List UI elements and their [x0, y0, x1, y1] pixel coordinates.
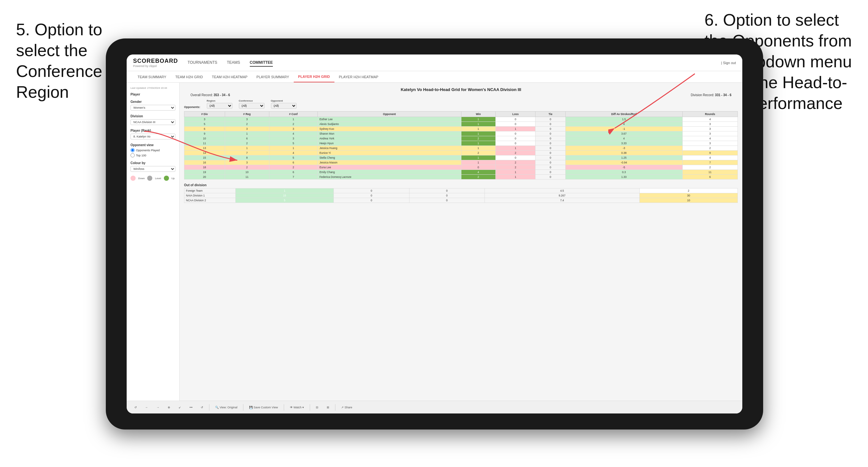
filter-region-select[interactable]: (All)	[207, 103, 232, 108]
sidebar-division-select[interactable]: NCAA Division III	[130, 119, 176, 125]
cell-win: 2	[461, 136, 495, 141]
sub-nav-team-h2h-grid[interactable]: TEAM H2H GRID	[171, 71, 208, 82]
sidebar-player-section: Player	[130, 93, 176, 96]
cell-out-win: 1	[236, 188, 334, 193]
cell-loss: 2	[495, 160, 535, 165]
sub-nav-team-h2h-heatmap[interactable]: TEAM H2H HEATMAP	[208, 71, 252, 82]
cell-out-loss: 0	[334, 198, 409, 203]
cell-rounds: 2	[682, 146, 738, 151]
cell-out-tie: 0	[409, 193, 485, 198]
cell-out-label: Foreign Team	[184, 188, 236, 193]
sub-nav: TEAM SUMMARY TEAM H2H GRID TEAM H2H HEAT…	[127, 71, 742, 83]
cell-out-rounds: 2	[640, 188, 738, 193]
tablet-screen: SCOREBOARD Powered by clippd TOURNAMENTS…	[127, 55, 742, 413]
opponents-label: Opponents:	[184, 105, 200, 108]
sidebar-opponent-view-section: Opponent view Opponents Played Top 100	[130, 143, 176, 157]
table-row: 9 1 4 Sharon Mun 1 0 0 3.67 3	[184, 131, 738, 136]
sign-out-link[interactable]: | Sign out	[721, 61, 736, 65]
sidebar-player-rank-select[interactable]: 8. Katelyn Vo	[130, 134, 176, 139]
cell-win: 2	[461, 151, 495, 155]
colour-circle-level	[147, 176, 152, 181]
toolbar-export[interactable]: ↙	[176, 405, 184, 410]
toolbar-save-custom-view[interactable]: 💾 Save Custom View	[247, 405, 280, 410]
cell-opponent: Sharon Mun	[318, 131, 461, 136]
colour-circle-down	[130, 176, 136, 181]
cell-opponent: Andrea York	[318, 136, 461, 141]
cell-tie: 0	[535, 122, 566, 127]
sidebar-radio-top100[interactable]: Top 100	[130, 153, 176, 157]
cell-opponent: Eunice Yi	[318, 151, 461, 155]
grid-records: Overall Record: 353 - 34 - 6 Division Re…	[184, 93, 738, 97]
toolbar-view-original[interactable]: 🔍 View: Original	[213, 405, 240, 410]
sidebar-player-label: Player	[130, 93, 176, 96]
overall-record: Overall Record: 353 - 34 - 6	[190, 93, 230, 97]
table-row: 6 3 3 Sydney Kuo 1 1 0 -1 3	[184, 127, 738, 131]
toolbar-add[interactable]: ⊕	[165, 405, 173, 410]
cell-conf: 5	[269, 141, 317, 146]
cell-loss: 1	[495, 170, 535, 175]
cell-rounds: 3	[682, 127, 738, 131]
sidebar: Last Updated: 27/03/2024 16:44 Player Ge…	[127, 83, 180, 401]
filter-conference-select[interactable]: (All)	[239, 103, 265, 108]
toolbar-collapse[interactable]: ⊟	[313, 405, 321, 410]
cell-diff: 1.5	[566, 117, 683, 122]
cell-opponent: Emily Chang	[318, 170, 461, 175]
filter-opponent-label: Opponent	[271, 99, 297, 102]
th-tie: Tie	[535, 112, 566, 117]
table-row: 19 10 6 Emily Chang 4 1 0 0.3 11	[184, 170, 738, 175]
cell-opponent: Sydney Kuo	[318, 127, 461, 131]
cell-reg: 3	[225, 127, 269, 131]
cell-out-rounds: 30	[640, 193, 738, 198]
cell-out-win: 15	[236, 193, 334, 198]
cell-reg: 1	[225, 131, 269, 136]
cell-loss: 0	[495, 122, 535, 127]
th-loss: Loss	[495, 112, 535, 117]
sub-nav-team-summary[interactable]: TEAM SUMMARY	[133, 71, 171, 82]
toolbar-refresh[interactable]: ↺	[198, 405, 206, 410]
sidebar-gender-select[interactable]: Women's	[130, 105, 176, 111]
sidebar-colour-by-label: Colour by	[130, 161, 176, 165]
cell-win: 2	[461, 175, 495, 180]
sub-nav-player-h2h-heatmap[interactable]: PLAYER H2H HEATMAP	[335, 71, 383, 82]
sidebar-colour-by-section: Colour by Win/loss	[130, 161, 176, 172]
out-of-division-table: Foreign Team 1 0 0 4.5 2 NAIA Division 1…	[184, 188, 738, 203]
toolbar-forward[interactable]: →	[154, 405, 162, 410]
cell-tie: 0	[535, 131, 566, 136]
nav-item-teams[interactable]: TEAMS	[227, 59, 240, 67]
cell-diff: -0.94	[566, 160, 683, 165]
th-diff: Diff Av Strokes/Rnd	[566, 112, 683, 117]
cell-diff: 1.33	[566, 175, 683, 180]
cell-conf: 3	[269, 136, 317, 141]
sub-nav-player-h2h-grid[interactable]: PLAYER H2H GRID	[294, 71, 335, 82]
sidebar-gender-section: Gender Women's	[130, 100, 176, 111]
toolbar-back[interactable]: ←	[143, 405, 151, 410]
cell-win: 1	[461, 141, 495, 146]
nav-item-tournaments[interactable]: TOURNAMENTS	[188, 59, 217, 67]
toolbar-expand[interactable]: ⊞	[324, 405, 332, 410]
cell-opponent: Jessica Mason	[318, 160, 461, 165]
sidebar-player-rank-label: Player (Rank)	[130, 129, 176, 132]
cell-conf: 4	[269, 151, 317, 155]
cell-loss: 2	[495, 151, 535, 155]
cell-rounds: 7	[682, 160, 738, 165]
nav-item-committee[interactable]: COMMITTEE	[250, 59, 273, 67]
colour-legend: Down Level Up	[130, 176, 176, 181]
toolbar-more[interactable]: •••	[187, 405, 195, 410]
cell-div: 10	[184, 136, 225, 141]
sidebar-radio-opponents-played[interactable]: Opponents Played	[130, 148, 176, 152]
toolbar-undo[interactable]: ↺	[132, 405, 140, 410]
filter-opponent-select[interactable]: (All)	[271, 103, 297, 108]
nav-right: | Sign out	[721, 61, 736, 65]
cell-conf: 1	[269, 117, 317, 122]
cell-tie: 0	[535, 155, 566, 160]
toolbar-watch[interactable]: 👁 Watch ▾	[287, 405, 307, 410]
sidebar-colour-by-select[interactable]: Win/loss	[130, 166, 176, 172]
cell-div: 3	[184, 117, 225, 122]
sub-nav-player-summary[interactable]: PLAYER SUMMARY	[252, 71, 294, 82]
cell-tie: 0	[535, 170, 566, 175]
logo-text: SCOREBOARD	[133, 58, 178, 64]
cell-rounds: 3	[682, 122, 738, 127]
toolbar-share[interactable]: ↗ Share	[339, 405, 355, 410]
filter-region: Region (All)	[207, 99, 232, 108]
colour-label-level: Level	[155, 177, 161, 180]
